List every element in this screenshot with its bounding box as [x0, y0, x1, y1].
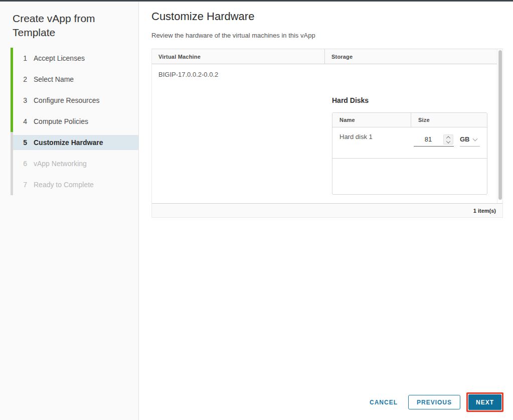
step-customize-hardware[interactable]: 5 Customize Hardware	[13, 132, 138, 153]
hard-disks-section-title: Hard Disks	[332, 96, 369, 104]
step-select-name[interactable]: 2 Select Name	[13, 69, 138, 90]
vm-table-body: BIGIP-17.0.0.2-0.0.2 Hard Disks Name Siz…	[152, 64, 502, 203]
step-configure-resources[interactable]: 3 Configure Resources	[13, 90, 138, 111]
page-subtitle: Review the hardware of the virtual machi…	[151, 32, 315, 39]
previous-button[interactable]: PREVIOUS	[408, 395, 460, 409]
hard-disk-name: Hard disk 1	[339, 133, 373, 141]
wizard-content-panel: Customize Hardware Review the hardware o…	[139, 2, 513, 420]
step-number: 4	[18, 117, 27, 125]
virtual-machine-table: Virtual Machine Storage BIGIP-17.0.0.2-0…	[151, 49, 503, 218]
hard-disks-header-row: Name Size	[332, 113, 487, 127]
step-number: 5	[18, 138, 27, 147]
step-ready-to-complete: 7 Ready to Complete	[13, 174, 138, 195]
vm-table-scrollbar[interactable]	[497, 49, 502, 203]
wizard-sidebar: Create vApp from Template 1 Accept Licen…	[0, 2, 139, 420]
step-label: Select Name	[34, 75, 74, 83]
step-label: Accept Licenses	[34, 54, 85, 62]
hard-disks-table: Name Size Hard disk 1 GB	[332, 112, 487, 195]
disk-size-input[interactable]	[414, 132, 443, 146]
disk-size-field	[414, 132, 454, 147]
wizard-steps: 1 Accept Licenses 2 Select Name 3 Config…	[0, 48, 138, 195]
vm-table-footer: 1 item(s)	[152, 203, 502, 217]
column-header-name: Name	[332, 113, 411, 127]
wizard-title: Create vApp from Template	[13, 12, 120, 40]
step-number: 7	[18, 181, 27, 189]
step-label: Ready to Complete	[34, 181, 94, 189]
vm-name-cell: BIGIP-17.0.0.2-0.0.2	[158, 71, 218, 78]
step-number: 6	[18, 160, 27, 168]
next-button-highlight-annotation: NEXT	[466, 392, 503, 412]
disk-size-stepper[interactable]	[443, 134, 453, 145]
step-compute-policies[interactable]: 4 Compute Policies	[13, 111, 138, 132]
column-header-size: Size	[411, 113, 487, 127]
step-label: Configure Resources	[34, 96, 100, 104]
item-count: 1 item(s)	[473, 208, 496, 214]
step-label: Compute Policies	[34, 117, 88, 125]
step-accept-licenses[interactable]: 1 Accept Licenses	[13, 48, 138, 69]
step-number: 2	[18, 75, 27, 83]
disk-size-unit-select[interactable]: GB	[460, 132, 480, 147]
step-vapp-networking: 6 vApp Networking	[13, 153, 138, 174]
chevron-down-icon	[472, 136, 477, 141]
vm-table-scrollbar-thumb[interactable]	[498, 50, 502, 200]
hard-disk-row: Hard disk 1 GB	[332, 127, 487, 159]
step-number: 1	[18, 54, 27, 62]
next-button[interactable]: NEXT	[468, 394, 501, 410]
step-number: 3	[18, 96, 27, 104]
vm-table-header-row: Virtual Machine Storage	[152, 49, 502, 64]
step-label: vApp Networking	[34, 160, 87, 168]
column-header-storage: Storage	[324, 49, 502, 64]
disk-size-unit-value: GB	[460, 135, 470, 143]
column-header-virtual-machine: Virtual Machine	[152, 49, 324, 64]
chevron-down-icon[interactable]	[446, 139, 450, 143]
wizard-action-buttons: CANCEL PREVIOUS NEXT	[370, 392, 503, 412]
cancel-button[interactable]: CANCEL	[370, 399, 398, 406]
page-title: Customize Hardware	[151, 10, 254, 23]
step-label: Customize Hardware	[34, 138, 103, 147]
